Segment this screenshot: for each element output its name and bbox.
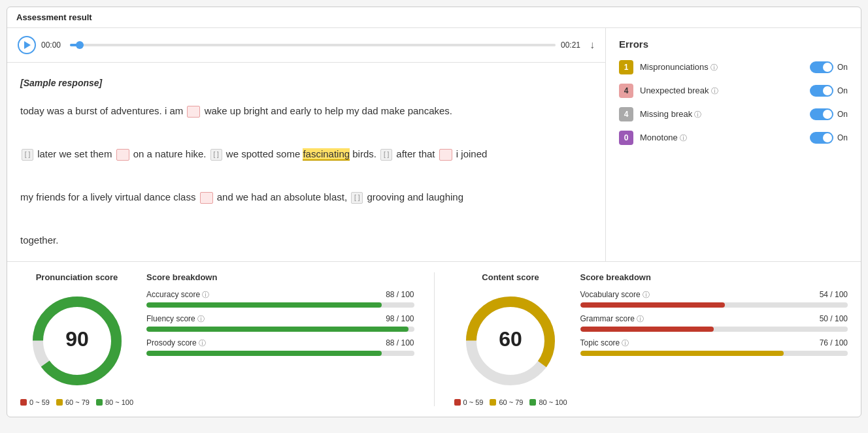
content-breakdown-title: Score breakdown	[580, 272, 848, 282]
breakdown-row-grammar-header: Grammar scoreⓘ 50 / 100	[580, 314, 848, 324]
vocabulary-label: Vocabulary scoreⓘ	[580, 290, 650, 300]
grammar-label: Grammar scoreⓘ	[580, 314, 644, 324]
pronunciation-score-block: Pronunciation score 90 0 ~ 59	[20, 272, 414, 406]
error-label-monotone: Monotoneⓘ	[640, 133, 810, 143]
grammar-bar-track	[580, 327, 848, 332]
unexpected-break-4: ⁫	[200, 192, 213, 204]
legend-label-yellow-c: 60 ~ 79	[499, 398, 523, 406]
topic-bar-track	[580, 351, 848, 356]
vocabulary-bar-fill	[580, 302, 725, 308]
word-span: grooving and laughing	[367, 191, 463, 202]
legend-item-green-c: 80 ~ 100	[529, 398, 567, 406]
play-icon	[24, 41, 31, 49]
word-span: wake up bright and early to help my dad …	[205, 105, 452, 116]
time-start: 00:00	[41, 40, 65, 50]
error-row-monotone: 0 Monotoneⓘ On	[619, 131, 848, 145]
legend-label-red-c: 0 ~ 59	[463, 398, 484, 406]
prosody-label: Prosody scoreⓘ	[146, 338, 206, 348]
accuracy-label: Accuracy scoreⓘ	[146, 290, 209, 300]
vocabulary-bar-track	[580, 302, 848, 308]
info-icon-vocabulary[interactable]: ⓘ	[643, 291, 650, 298]
info-icon-mispronunciations[interactable]: ⓘ	[710, 63, 718, 71]
play-button[interactable]	[18, 36, 36, 54]
grammar-bar-fill	[580, 327, 714, 332]
svg-text:60: 60	[499, 327, 522, 351]
unexpected-break-1: ⁫	[187, 106, 200, 118]
legend-label-green-p: 80 ~ 100	[105, 398, 133, 406]
transcript-line3: my friends for a lively virtual dance cl…	[20, 191, 463, 202]
legend-item-green-p: 80 ~ 100	[96, 398, 133, 406]
bottom-section: Pronunciation score 90 0 ~ 59	[7, 262, 861, 417]
svg-text:90: 90	[65, 327, 89, 351]
errors-panel: Errors 1 Mispronunciationsⓘ On 4 Unexpec…	[606, 28, 861, 261]
word-span: and we had an absolute blast,	[217, 191, 350, 202]
breakdown-row-fluency-header: Fluency scoreⓘ 98 / 100	[146, 314, 414, 324]
sample-label: [Sample response]	[20, 73, 592, 93]
toggle-missing-break[interactable]	[810, 108, 833, 120]
transcript-area: 00:00 00:21 ↓ [Sample response] today wa…	[7, 28, 606, 261]
content-score-block: Content score 60 0 ~ 59 6	[454, 272, 848, 406]
toggle-on-label-missing-break: On	[837, 110, 848, 119]
pronunciation-score-title: Pronunciation score	[36, 272, 118, 282]
topic-bar-fill	[580, 351, 784, 356]
vocabulary-value: 54 / 100	[820, 290, 848, 300]
mispronunciation-fascinating: fascinating	[303, 148, 350, 161]
topic-label: Topic scoreⓘ	[580, 338, 629, 348]
info-icon-unexpected-break[interactable]: ⓘ	[711, 87, 718, 95]
toggle-on-label-mispronunciations: On	[837, 63, 848, 72]
grammar-value: 50 / 100	[820, 314, 848, 324]
error-badge-mispronunciations: 1	[619, 60, 633, 74]
divider-vertical	[434, 272, 435, 406]
info-icon-accuracy[interactable]: ⓘ	[202, 291, 209, 298]
missing-break-4: [ ]	[351, 192, 363, 204]
pronunciation-breakdown: Score breakdown Accuracy scoreⓘ 88 / 100…	[146, 272, 414, 362]
info-icon-topic[interactable]: ⓘ	[622, 339, 629, 347]
prosody-value: 88 / 100	[386, 338, 414, 348]
error-badge-monotone: 0	[619, 131, 633, 145]
breakdown-row-topic-header: Topic scoreⓘ 76 / 100	[580, 338, 848, 348]
content-donut: 60	[458, 289, 563, 393]
breakdown-row-accuracy-header: Accuracy scoreⓘ 88 / 100	[146, 290, 414, 300]
content-circle-wrap: Content score 60 0 ~ 59 6	[454, 272, 567, 406]
missing-break-3: [ ]	[380, 149, 392, 161]
unexpected-break-2: ⁫	[116, 149, 129, 161]
word-span: later we set them	[37, 148, 114, 159]
info-icon-missing-break[interactable]: ⓘ	[694, 110, 701, 118]
toggle-mispronunciations[interactable]	[810, 61, 833, 73]
topic-value: 76 / 100	[820, 338, 848, 348]
toggle-unexpected-break[interactable]	[810, 85, 833, 97]
content-breakdown: Score breakdown Vocabulary scoreⓘ 54 / 1…	[580, 272, 848, 362]
info-icon-prosody[interactable]: ⓘ	[199, 339, 206, 347]
breakdown-row-grammar: Grammar scoreⓘ 50 / 100	[580, 314, 848, 332]
breakdown-row-prosody-header: Prosody scoreⓘ 88 / 100	[146, 338, 414, 348]
breakdown-row-vocabulary-header: Vocabulary scoreⓘ 54 / 100	[580, 290, 848, 300]
toggle-on-label-unexpected-break: On	[837, 86, 848, 95]
error-label-mispronunciations: Mispronunciationsⓘ	[640, 62, 810, 72]
error-row-unexpected-break: 4 Unexpected breakⓘ On	[619, 84, 848, 98]
audio-bar: 00:00 00:21 ↓	[7, 28, 605, 63]
legend-item-yellow-c: 60 ~ 79	[490, 398, 523, 406]
toggle-wrap-mispronunciations: On	[810, 61, 848, 73]
pronunciation-donut: 90	[25, 289, 129, 393]
missing-break-2: [ ]	[210, 149, 222, 161]
breakdown-row-fluency: Fluency scoreⓘ 98 / 100	[146, 314, 414, 332]
breakdown-row-prosody: Prosody scoreⓘ 88 / 100	[146, 338, 414, 356]
info-icon-fluency[interactable]: ⓘ	[197, 315, 205, 323]
progress-track[interactable]	[70, 44, 556, 46]
error-row-mispronunciations: 1 Mispronunciationsⓘ On	[619, 60, 848, 74]
legend-item-red-c: 0 ~ 59	[454, 398, 484, 406]
transcript-line1: today was a burst of adventures. i am ⁫ …	[20, 105, 452, 116]
unexpected-break-3: ⁫	[439, 149, 452, 161]
missing-break-1: [ ]	[22, 149, 33, 161]
info-icon-monotone[interactable]: ⓘ	[680, 134, 687, 142]
fluency-value: 98 / 100	[386, 314, 414, 324]
download-button[interactable]: ↓	[590, 39, 595, 51]
word-span: we spotted some	[226, 148, 303, 159]
errors-title: Errors	[619, 39, 848, 50]
info-icon-grammar[interactable]: ⓘ	[637, 315, 644, 323]
toggle-monotone[interactable]	[810, 132, 833, 144]
toggle-wrap-missing-break: On	[810, 108, 848, 120]
content-score-title: Content score	[482, 272, 539, 282]
error-label-missing-break: Missing breakⓘ	[640, 109, 810, 120]
transcript-line2: [ ] later we set them ⁫ on a nature hike…	[20, 148, 487, 159]
